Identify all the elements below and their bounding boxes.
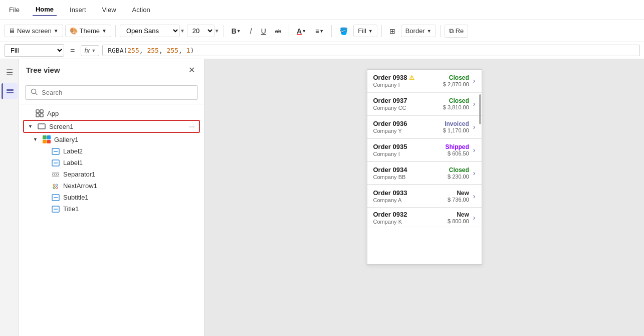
gallery-row-0933-amount: $ 736.00 bbox=[448, 197, 469, 203]
tree-close-button[interactable]: ✕ bbox=[186, 64, 197, 76]
svg-rect-1 bbox=[7, 92, 14, 93]
formula-n1: 255 bbox=[127, 47, 139, 54]
screen1-label: Screen1 bbox=[49, 123, 186, 130]
new-screen-button[interactable]: 🖥 New screen ▼ bbox=[4, 25, 63, 37]
tree-item-title1[interactable]: Title1 bbox=[19, 203, 204, 215]
sidebar-icon-layers[interactable] bbox=[2, 83, 18, 99]
gallery-row-0933-company: Company A bbox=[373, 197, 448, 203]
separator1-icon bbox=[51, 171, 60, 178]
paint-bucket-icon: 🪣 bbox=[339, 27, 348, 35]
align-chevron: ▼ bbox=[319, 29, 324, 34]
menu-file[interactable]: File bbox=[6, 4, 23, 16]
formula-n4: 1 bbox=[186, 47, 190, 54]
theme-button[interactable]: 🎨 Theme ▼ bbox=[65, 25, 111, 37]
strikethrough-button[interactable]: ab bbox=[272, 26, 285, 36]
fx-button[interactable]: fx ▼ bbox=[81, 45, 99, 56]
menu-insert[interactable]: Insert bbox=[67, 4, 89, 16]
formula-n3: 255 bbox=[167, 47, 178, 54]
theme-icon: 🎨 bbox=[70, 27, 78, 35]
gallery-row-0937-arrow: › bbox=[473, 100, 476, 108]
gallery-row-0933[interactable]: Order 0933 Company A New $ 736.00 › bbox=[367, 185, 482, 208]
formula-input[interactable]: RGBA(255, 255, 255, 1) bbox=[102, 45, 640, 56]
gallery-row-0937[interactable]: Order 0937 Company CC Closed $ 3,810.00 … bbox=[367, 93, 482, 115]
expand-icon-screen1: ▼ bbox=[28, 124, 34, 129]
svg-line-3 bbox=[36, 93, 38, 95]
search-input[interactable] bbox=[42, 89, 192, 96]
fx-chevron-icon: ▼ bbox=[91, 48, 96, 53]
border-button[interactable]: Border ▼ bbox=[401, 25, 436, 37]
label2-label: Label2 bbox=[63, 147, 197, 155]
align-button[interactable]: ≡ ▼ bbox=[312, 25, 327, 37]
tree-item-gallery1[interactable]: ▼ Gallery1 bbox=[19, 133, 204, 145]
main-area: ☰ Tree view ✕ bbox=[0, 59, 644, 336]
gallery-row-0938[interactable]: Order 0938 ⚠ Company F Closed $ 2,870.00… bbox=[367, 70, 482, 92]
underline-button[interactable]: U bbox=[258, 25, 270, 37]
menu-action[interactable]: Action bbox=[129, 4, 153, 16]
nextarrow1-icon bbox=[51, 183, 60, 190]
gallery-row-0934[interactable]: Order 0934 Company BB Closed $ 230.00 › bbox=[367, 162, 482, 185]
gallery-row-0932-right: New $ 800.00 bbox=[448, 211, 469, 224]
gallery-row-0936-right: Invoiced $ 1,170.00 bbox=[443, 120, 469, 133]
sidebar-icon-menu[interactable]: ☰ bbox=[2, 64, 18, 80]
gallery-row-0934-amount: $ 230.00 bbox=[448, 174, 469, 180]
gallery-row-0937-right: Closed $ 3,810.00 bbox=[443, 97, 469, 110]
menu-home[interactable]: Home bbox=[33, 4, 57, 16]
canvas-scrollbar[interactable] bbox=[479, 94, 481, 124]
bold-button[interactable]: B ▼ bbox=[228, 25, 245, 37]
table-icon: ⊞ bbox=[389, 27, 395, 35]
svg-rect-8 bbox=[38, 124, 45, 129]
gallery-row-0936[interactable]: Order 0936 Company Y Invoiced $ 1,170.00… bbox=[367, 116, 482, 138]
more-options-icon[interactable]: ··· bbox=[189, 122, 195, 130]
font-size-select[interactable]: 20 bbox=[187, 25, 214, 37]
svg-rect-4 bbox=[36, 110, 39, 113]
toolbar-separator-2 bbox=[224, 25, 224, 37]
tree-item-nextarrow1[interactable]: NextArrow1 bbox=[19, 180, 204, 192]
bold-icon: B bbox=[232, 27, 237, 35]
formula-close: ) bbox=[190, 47, 194, 54]
fill-chevron-icon: ▼ bbox=[368, 29, 373, 34]
property-select[interactable]: Fill bbox=[4, 44, 64, 57]
align-icon: ≡ bbox=[315, 27, 319, 35]
font-color-button[interactable]: A ▼ bbox=[293, 25, 310, 37]
paint-bucket-button[interactable]: 🪣 bbox=[336, 25, 351, 37]
fx-icon: fx bbox=[84, 47, 90, 55]
gallery-row-0933-title: Order 0933 bbox=[373, 189, 448, 197]
tree-item-separator1[interactable]: Separator1 bbox=[19, 169, 204, 180]
tree-item-label1[interactable]: Label1 bbox=[19, 157, 204, 169]
layers-icon bbox=[6, 87, 15, 96]
gallery-row-0934-company: Company BB bbox=[373, 174, 448, 180]
tree-item-subtitle1[interactable]: Subtitle1 bbox=[19, 192, 204, 203]
gallery-row-0937-amount: $ 3,810.00 bbox=[443, 104, 469, 110]
gallery-row-0935[interactable]: Order 0935 Company I Shipped $ 606.50 › bbox=[367, 139, 482, 161]
tree-item-app[interactable]: App bbox=[19, 107, 204, 119]
app-canvas: Order 0938 ⚠ Company F Closed $ 2,870.00… bbox=[367, 69, 482, 265]
label2-icon bbox=[51, 148, 60, 155]
gallery-row-0935-company: Company I bbox=[373, 151, 446, 157]
search-wrapper bbox=[25, 85, 198, 100]
font-family-select[interactable]: Open Sans bbox=[120, 25, 180, 37]
border-chevron-icon: ▼ bbox=[427, 29, 432, 34]
search-icon bbox=[31, 88, 38, 97]
reorder-label: Re bbox=[456, 27, 464, 35]
table-icon-button[interactable]: ⊞ bbox=[386, 25, 399, 37]
tree-item-screen1[interactable]: ▼ Screen1 ··· bbox=[23, 120, 200, 133]
gallery-row-0936-amount: $ 1,170.00 bbox=[443, 127, 469, 133]
new-screen-label: New screen bbox=[17, 27, 52, 35]
subtitle1-label: Subtitle1 bbox=[63, 194, 197, 201]
expand-icon-gallery1: ▼ bbox=[33, 137, 39, 142]
menu-view[interactable]: View bbox=[99, 4, 119, 16]
gallery-row-0938-arrow: › bbox=[473, 77, 476, 85]
gallery-row-0932-title: Order 0932 bbox=[373, 211, 448, 218]
svg-point-18 bbox=[53, 187, 55, 189]
fill-button[interactable]: Fill ▼ bbox=[353, 25, 377, 37]
gallery-row-0932-status: New bbox=[457, 211, 469, 218]
tree-item-label2[interactable]: Label2 bbox=[19, 145, 204, 157]
gallery-row-0935-status: Shipped bbox=[445, 143, 469, 150]
reorder-button[interactable]: ⧉ Re bbox=[445, 25, 469, 38]
italic-button[interactable]: / bbox=[247, 25, 256, 37]
toolbar-separator-4 bbox=[331, 25, 332, 37]
canvas-area: Order 0938 ⚠ Company F Closed $ 2,870.00… bbox=[204, 59, 644, 336]
svg-point-19 bbox=[56, 187, 58, 189]
font-family-chevron-icon: ▼ bbox=[180, 28, 185, 34]
gallery-row-0932[interactable]: Order 0932 Company K New $ 800.00 › bbox=[367, 208, 482, 227]
